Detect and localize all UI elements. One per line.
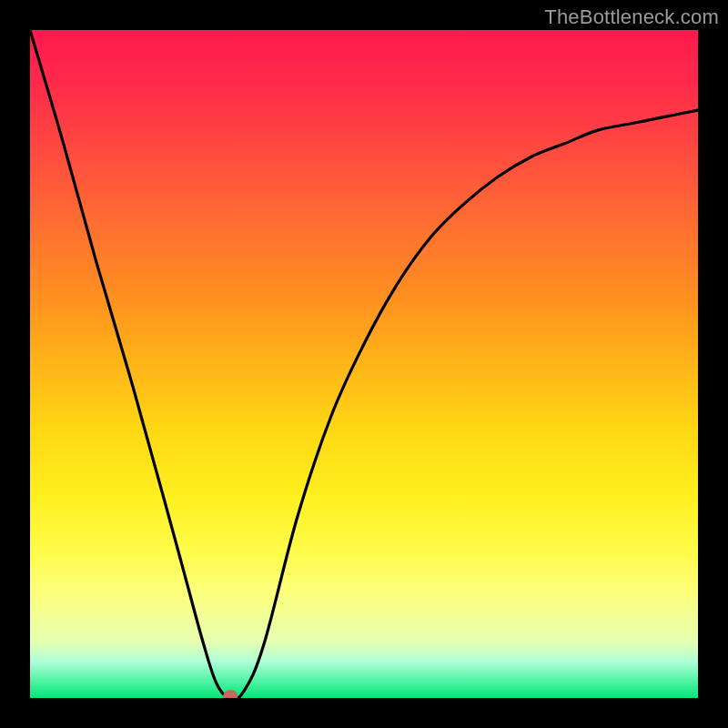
optimum-marker (223, 690, 238, 698)
chart-frame: TheBottleneck.com (0, 0, 728, 728)
plot-area (30, 30, 698, 698)
watermark-text: TheBottleneck.com (544, 5, 719, 29)
bottleneck-curve (30, 30, 698, 698)
curve-path (30, 30, 698, 698)
